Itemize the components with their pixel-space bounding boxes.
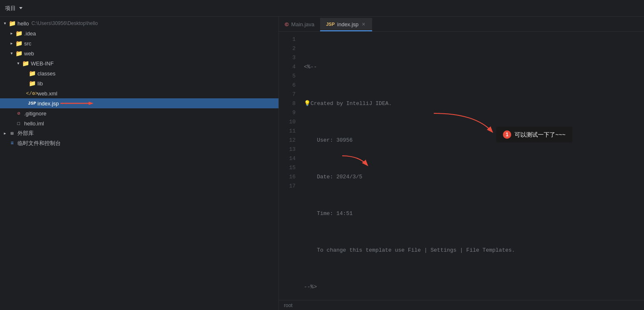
jsp-tab-icon: JSP [326, 22, 335, 27]
tree-label-indexjsp: index.jsp [37, 100, 59, 107]
tab-index-jsp[interactable]: JSP index.jsp × [320, 18, 372, 31]
tree-item-web[interactable]: 📁 web [0, 48, 278, 58]
svg-marker-1 [89, 102, 94, 105]
folder-icon: 📁 [28, 80, 36, 87]
tree-label-src: src [24, 40, 31, 47]
tree-item-lib[interactable]: 📁 lib [0, 78, 278, 88]
tree-label-console: 临时文件和控制台 [17, 140, 61, 147]
chevron-down-icon [19, 7, 22, 9]
tab-close-button[interactable]: × [361, 21, 366, 27]
code-content: <%-- 💡Created by IntelliJ IDEA. User: 30… [301, 32, 644, 300]
gitignore-icon: ⊘ [15, 110, 22, 117]
tree-label-classes: classes [37, 70, 55, 77]
folder-icon: 📁 [15, 50, 22, 57]
tree-label-idea: .idea [24, 30, 36, 37]
tabs-bar: © Main.java JSP index.jsp × [279, 17, 644, 32]
tree-item-webxml[interactable]: </⚙> web.xml [0, 88, 278, 98]
tree-item-src[interactable]: 📁 src [0, 38, 278, 48]
main-layout: 📁 hello C:\Users\30956\Desktop\hello 📁 .… [0, 17, 644, 310]
console-icon: ≡ [8, 140, 16, 147]
project-menu[interactable]: 项目 [5, 5, 22, 12]
tree-item-console[interactable]: ≡ 临时文件和控制台 [0, 138, 278, 148]
arrow-annotation-svg [60, 100, 94, 106]
jsp-icon: JSP [28, 100, 36, 107]
extlib-icon: ⊞ [8, 130, 16, 137]
tree-item-indexjsp[interactable]: JSP index.jsp [0, 98, 278, 108]
arrow-icon [2, 130, 8, 137]
tooltip-box: 1 可以测试一下了~~~ [496, 127, 572, 142]
file-icon: ☐ [15, 120, 22, 127]
folder-icon: 📁 [15, 30, 22, 37]
tree-item-webinf[interactable]: 📁 WEB-INF [0, 58, 278, 68]
folder-icon: 📁 [22, 60, 29, 67]
tree-item-hello[interactable]: 📁 hello C:\Users\30956\Desktop\hello [0, 18, 278, 28]
tooltip-text: 可以测试一下了~~~ [515, 130, 566, 139]
tree-label-webinf: WEB-INF [31, 60, 54, 67]
arrow-icon [2, 20, 8, 27]
arrow-icon [8, 40, 15, 47]
folder-icon: 📁 [8, 20, 16, 27]
tree-label-hello: hello [17, 20, 29, 27]
tree-item-classes[interactable]: 📁 classes [0, 68, 278, 78]
code-editor[interactable]: 1 2 3 4 5 6 7 8 9 10 11 12 13 14 15 16 1… [279, 32, 644, 300]
tree-item-helloiml[interactable]: ☐ hello.iml [0, 118, 278, 128]
tree-label-webxml: web.xml [37, 90, 57, 97]
status-label: root [284, 302, 293, 308]
xml-icon: </⚙> [28, 90, 36, 97]
tree-label-extlib: 外部库 [17, 130, 34, 137]
tree-path-hello: C:\Users\30956\Desktop\hello [31, 20, 97, 26]
arrow-icon [8, 30, 15, 37]
tree-label-lib: lib [37, 80, 43, 87]
project-label: 项目 [5, 5, 16, 12]
top-bar: 项目 [0, 0, 644, 17]
tree-label-web: web [24, 50, 34, 57]
tooltip-badge: 1 [503, 130, 511, 139]
arrow-icon [15, 60, 22, 67]
tree-item-gitignore[interactable]: ⊘ .gitignore [0, 108, 278, 118]
tab-main-java[interactable]: © Main.java [279, 18, 320, 31]
tab-label-index-jsp: index.jsp [337, 21, 358, 28]
tree-item-idea[interactable]: 📁 .idea [0, 28, 278, 38]
tree-item-extlib[interactable]: ⊞ 外部库 [0, 128, 278, 138]
tree-label-helloiml: hello.iml [24, 120, 44, 127]
file-tree: 📁 hello C:\Users\30956\Desktop\hello 📁 .… [0, 17, 279, 310]
tab-label-main-java: Main.java [291, 21, 315, 28]
folder-icon: 📁 [15, 40, 22, 47]
folder-icon: 📁 [28, 70, 36, 77]
editor-area: © Main.java JSP index.jsp × 1 2 3 4 5 6 … [279, 17, 644, 310]
status-bar: root [279, 300, 644, 310]
line-numbers: 1 2 3 4 5 6 7 8 9 10 11 12 13 14 15 16 1… [279, 32, 301, 300]
tree-label-gitignore: .gitignore [24, 110, 46, 117]
java-tab-icon: © [285, 21, 289, 28]
arrows-overlay [301, 32, 644, 300]
arrow-icon [8, 50, 15, 57]
